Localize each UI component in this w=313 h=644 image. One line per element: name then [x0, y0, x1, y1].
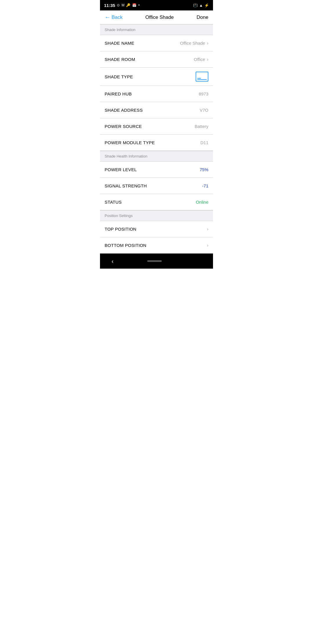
icon-battery: ⚡ [204, 3, 209, 8]
bottom-nav: ‹ [100, 254, 213, 269]
row-power-source: POWER SOURCE Battery [100, 118, 213, 135]
label-shade-name: SHADE NAME [105, 41, 134, 46]
label-shade-type: SHADE TYPE [105, 74, 133, 79]
status-time: 11:35 [104, 3, 115, 8]
section-header-shade-info: Shade Information [100, 24, 213, 35]
row-status: STATUS Online [100, 194, 213, 210]
label-power-level: POWER LEVEL [105, 167, 137, 172]
label-shade-address: SHADE ADDRESS [105, 108, 143, 113]
value-shade-type [196, 72, 208, 82]
done-button[interactable]: Done [196, 15, 208, 20]
value-power-level: 75% [200, 167, 208, 172]
value-shade-room: Office › [194, 57, 208, 62]
row-shade-address: SHADE ADDRESS V7O [100, 102, 213, 118]
value-top-position: › [207, 227, 208, 232]
label-power-module-type: POWER MODULE TYPE [105, 140, 155, 145]
back-label: Back [112, 15, 123, 20]
row-power-module-type: POWER MODULE TYPE D11 [100, 135, 213, 151]
icon-vibrate: 📳 [193, 3, 198, 8]
row-shade-type[interactable]: SHADE TYPE [100, 68, 213, 86]
page-title: Office Shade [145, 15, 174, 20]
row-top-position[interactable]: TOP POSITION › [100, 221, 213, 237]
value-paired-hub: 8973 [199, 91, 208, 96]
shade-type-icon [196, 72, 208, 82]
label-top-position: TOP POSITION [105, 227, 137, 231]
value-power-source: Battery [194, 124, 208, 129]
icon-wifi: ▲ [199, 3, 203, 8]
status-bar: 11:35 ⊙ M 🔑 📅 • 📳 ▲ ⚡ [100, 0, 213, 10]
section-header-shade-health: Shade Health Information [100, 151, 213, 162]
chevron-icon: › [207, 227, 208, 232]
label-bottom-position: BOTTOM POSITION [105, 243, 146, 248]
value-power-module-type: D11 [200, 140, 208, 145]
back-button[interactable]: ← Back [105, 14, 123, 21]
row-shade-name[interactable]: SHADE NAME Office Shade › [100, 35, 213, 51]
chevron-icon: › [207, 41, 208, 46]
icon-calendar: 📅 [132, 3, 137, 7]
icon-circle: ⊙ [117, 3, 120, 7]
label-status: STATUS [105, 200, 122, 205]
value-bottom-position: › [207, 243, 208, 248]
row-paired-hub: PAIRED HUB 8973 [100, 86, 213, 102]
value-signal-strength: -71 [202, 183, 208, 188]
status-bar-right: 📳 ▲ ⚡ [193, 3, 209, 8]
chevron-icon: › [207, 57, 208, 62]
row-power-level: POWER LEVEL 75% [100, 162, 213, 178]
bottom-nav-back-icon[interactable]: ‹ [112, 258, 114, 265]
section-header-position-settings: Position Settings [100, 210, 213, 221]
status-bar-left: 11:35 ⊙ M 🔑 📅 • [104, 3, 140, 8]
value-status: Online [196, 200, 208, 205]
row-signal-strength: SIGNAL STRENGTH -71 [100, 178, 213, 194]
nav-bar: ← Back Office Shade Done [100, 10, 213, 24]
label-paired-hub: PAIRED HUB [105, 91, 132, 96]
icon-key: 🔑 [126, 3, 130, 7]
label-shade-room: SHADE ROOM [105, 57, 135, 62]
row-shade-room[interactable]: SHADE ROOM Office › [100, 51, 213, 68]
value-shade-name: Office Shade › [180, 41, 208, 46]
label-signal-strength: SIGNAL STRENGTH [105, 183, 147, 188]
back-arrow-icon: ← [105, 14, 110, 21]
label-power-source: POWER SOURCE [105, 124, 142, 129]
row-bottom-position[interactable]: BOTTOM POSITION › [100, 237, 213, 254]
chevron-icon: › [207, 243, 208, 248]
value-shade-address: V7O [200, 108, 208, 113]
content: Shade Information SHADE NAME Office Shad… [100, 24, 213, 254]
icon-mail: M [121, 3, 124, 7]
icon-dot: • [138, 3, 139, 7]
bottom-nav-home-indicator[interactable] [147, 260, 162, 262]
